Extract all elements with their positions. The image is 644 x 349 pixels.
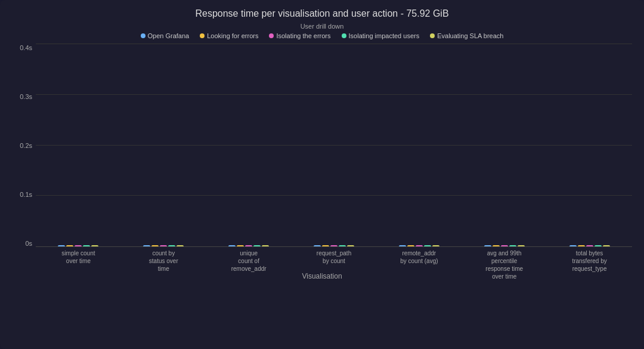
chart-container: Response time per visualisation and user… bbox=[0, 0, 644, 349]
y-axis-label: 0s bbox=[25, 240, 32, 247]
bar bbox=[237, 245, 244, 246]
bar bbox=[416, 245, 423, 246]
bar bbox=[501, 245, 508, 246]
chart-title: Response time per visualisation and user… bbox=[12, 8, 632, 19]
bar-group bbox=[143, 245, 184, 246]
bar-group bbox=[228, 245, 269, 246]
bar bbox=[75, 245, 82, 246]
y-axis-label: 0.3s bbox=[20, 93, 32, 100]
x-axis-label: count bystatus overtime bbox=[121, 247, 206, 271]
x-axis-label: uniquecount ofremove_addr bbox=[206, 247, 292, 271]
y-axis-label: 0.1s bbox=[20, 191, 32, 198]
bar bbox=[493, 245, 500, 246]
y-axis-label: 0.2s bbox=[20, 142, 32, 149]
bar bbox=[484, 245, 491, 246]
grid-line bbox=[36, 195, 632, 196]
grid-line bbox=[36, 94, 632, 95]
legend-label: Isolating the errors bbox=[276, 32, 330, 39]
bar bbox=[603, 245, 610, 246]
bar bbox=[83, 245, 90, 246]
bar bbox=[91, 245, 98, 246]
bar bbox=[330, 245, 338, 246]
legend-color-dot bbox=[269, 33, 274, 38]
bar bbox=[177, 245, 184, 246]
bar bbox=[245, 245, 252, 246]
bar-group bbox=[58, 245, 98, 246]
bar-group bbox=[484, 245, 525, 246]
chart-area: 0.4s0.3s0.2s0.1s0s simple countover time… bbox=[12, 44, 632, 271]
bar-group bbox=[399, 245, 439, 246]
x-labels: simple countover timecount bystatus over… bbox=[36, 247, 632, 271]
bar bbox=[595, 245, 602, 246]
grid-line bbox=[36, 145, 632, 146]
bar bbox=[407, 245, 414, 246]
legend-label: Open Grafana bbox=[148, 32, 190, 39]
x-axis-label: remote_addrby count (avg) bbox=[376, 247, 462, 271]
legend-color-dot bbox=[430, 33, 435, 38]
legend-item: Isolating impacted users bbox=[342, 32, 420, 39]
x-axis-label: request_pathby count bbox=[292, 247, 377, 271]
legend-label: Evaluating SLA breach bbox=[437, 32, 503, 39]
y-axis: 0.4s0.3s0.2s0.1s0s bbox=[12, 44, 36, 247]
bar bbox=[578, 245, 585, 246]
bar bbox=[399, 245, 406, 246]
bar bbox=[160, 245, 167, 246]
bar bbox=[314, 245, 321, 246]
x-axis-title: Visualisation bbox=[12, 272, 632, 280]
legend-label: Isolating impacted users bbox=[349, 32, 420, 39]
legend-label: Looking for errors bbox=[207, 32, 258, 39]
x-axis-label: total bytestransfered byrequest_type bbox=[547, 247, 632, 271]
legend: Open GrafanaLooking for errorsIsolating … bbox=[12, 32, 632, 39]
bar bbox=[58, 245, 65, 246]
x-axis-label: avg and 99thpercentileresponse timeover … bbox=[462, 247, 547, 271]
bar bbox=[586, 245, 593, 246]
bar-group bbox=[569, 245, 610, 246]
plot-area bbox=[36, 44, 632, 247]
x-axis-label: simple countover time bbox=[36, 247, 121, 271]
bar bbox=[143, 245, 150, 246]
bar bbox=[66, 245, 73, 246]
legend-item: Open Grafana bbox=[141, 32, 190, 39]
bar bbox=[424, 245, 431, 246]
bar bbox=[262, 245, 269, 246]
bar bbox=[151, 245, 159, 246]
bar bbox=[253, 245, 261, 246]
bar bbox=[347, 245, 354, 246]
bar bbox=[168, 245, 175, 246]
legend-item: Evaluating SLA breach bbox=[430, 32, 503, 39]
bar bbox=[518, 245, 525, 246]
legend-color-dot bbox=[342, 33, 346, 38]
legend-group-label: User drill down bbox=[12, 23, 632, 30]
bar bbox=[509, 245, 516, 246]
legend-item: Looking for errors bbox=[200, 32, 258, 39]
bar bbox=[322, 245, 329, 246]
bar-group bbox=[314, 245, 354, 246]
y-axis-label: 0.4s bbox=[20, 44, 32, 51]
legend-color-dot bbox=[200, 33, 205, 38]
legend-item: Isolating the errors bbox=[269, 32, 330, 39]
grid-line bbox=[36, 44, 632, 44]
bar bbox=[228, 245, 236, 246]
legend-color-dot bbox=[141, 33, 145, 38]
bar bbox=[432, 245, 439, 246]
bar bbox=[569, 245, 577, 246]
bar bbox=[339, 245, 346, 246]
